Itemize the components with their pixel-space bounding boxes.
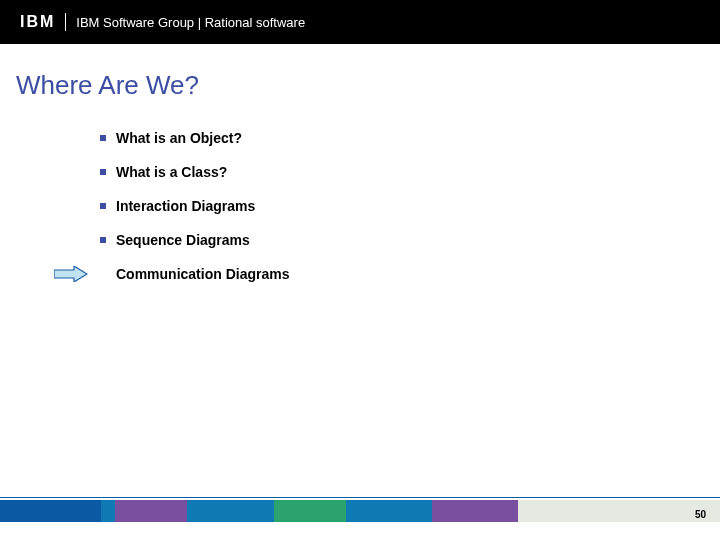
- list-item: Communication Diagrams: [100, 266, 289, 282]
- list-item-label: Interaction Diagrams: [116, 198, 255, 214]
- current-arrow-icon: [54, 233, 88, 247]
- current-arrow-icon: [54, 131, 88, 145]
- current-arrow-icon: [54, 165, 88, 179]
- list-item-label: What is an Object?: [116, 130, 242, 146]
- bullet-icon: [100, 203, 106, 209]
- footer: 50: [0, 494, 720, 522]
- list-item: Interaction Diagrams: [100, 198, 289, 214]
- list-item-label: Sequence Diagrams: [116, 232, 250, 248]
- list-item: What is a Class?: [100, 164, 289, 180]
- current-arrow-icon: [54, 199, 88, 213]
- list-item: What is an Object?: [100, 130, 289, 146]
- bullet-icon: [100, 135, 106, 141]
- header-bar: IBM IBM Software Group | Rational softwa…: [0, 0, 720, 44]
- page-number: 50: [695, 509, 706, 520]
- ibm-logo: IBM: [20, 13, 55, 31]
- footer-graphic: [0, 500, 720, 522]
- list-item-label: What is a Class?: [116, 164, 227, 180]
- list-item-label: Communication Diagrams: [116, 266, 289, 282]
- bullet-icon: [100, 237, 106, 243]
- footer-rule: [0, 497, 720, 498]
- slide: IBM IBM Software Group | Rational softwa…: [0, 0, 720, 540]
- slide-title: Where Are We?: [16, 70, 199, 101]
- header-divider: [65, 13, 66, 31]
- bullet-icon: [100, 169, 106, 175]
- agenda-list: What is an Object? What is a Class? Inte…: [100, 130, 289, 300]
- header-title: IBM Software Group | Rational software: [76, 15, 305, 30]
- current-arrow-icon: [54, 267, 88, 281]
- list-item: Sequence Diagrams: [100, 232, 289, 248]
- svg-marker-4: [54, 266, 87, 282]
